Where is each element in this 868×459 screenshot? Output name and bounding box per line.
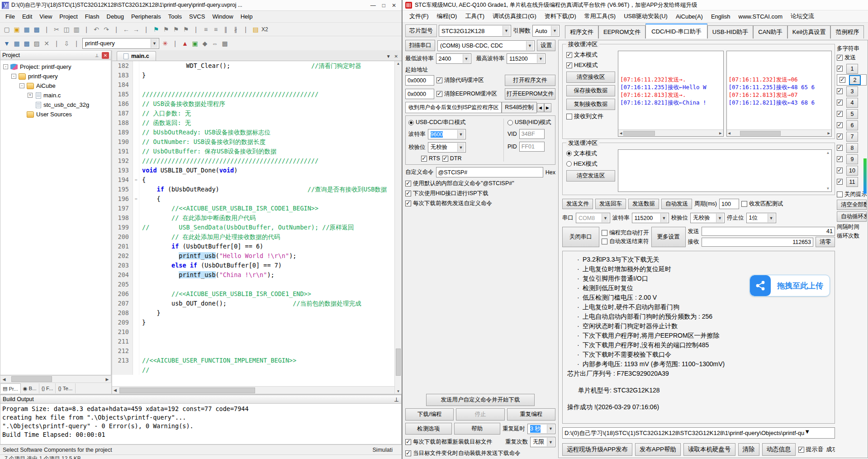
comment-icon[interactable]: ∥ [221, 24, 231, 34]
fold-icon[interactable] [133, 118, 139, 128]
scan-port-button[interactable]: 扫描串口 [405, 40, 435, 51]
translate-icon[interactable]: ▼ [2, 38, 12, 48]
beep-checkbox[interactable]: 提示音 [798, 445, 824, 454]
fold-icon[interactable] [133, 213, 139, 223]
separator[interactable]: | [141, 24, 151, 34]
pin-icon[interactable]: ⊥ [394, 396, 399, 403]
close-tip-checkbox[interactable]: 关闭提示 [837, 191, 867, 198]
vid-input[interactable]: 34BF [519, 129, 545, 139]
send-string-button[interactable]: 11 [846, 177, 858, 187]
autoload-checkbox[interactable]: 当目标文件变化时自动装载并发送下载命令 [405, 449, 521, 457]
fold-icon[interactable] [133, 223, 139, 232]
stop-build-icon[interactable]: ✕ [42, 38, 52, 48]
fold-icon[interactable] [133, 61, 139, 71]
fold-icon[interactable] [133, 299, 139, 308]
menu-item[interactable]: 调试仿真接口(G) [489, 10, 541, 22]
custom-cmd-input[interactable]: @STCISP# [436, 167, 543, 177]
fold-icon[interactable] [133, 71, 139, 80]
string-enable-checkbox[interactable] [837, 167, 843, 173]
menu-item[interactable]: Help [237, 12, 256, 21]
undo-icon[interactable]: ↶ [91, 24, 101, 34]
port-select[interactable]: (COM8) USB-CDC, CDC▼ [437, 40, 535, 51]
menu-item[interactable]: 工具(T) [461, 10, 489, 22]
fold-icon[interactable] [133, 128, 139, 137]
open-file-icon[interactable]: ▣ [12, 24, 22, 34]
menu-item[interactable]: SVCS [185, 12, 209, 21]
clear-all-strings-button[interactable]: 清空全部数据 [837, 200, 867, 210]
fold-icon[interactable] [133, 356, 139, 365]
pin-icon[interactable]: ⊥ [93, 52, 100, 59]
string-enable-checkbox[interactable] [837, 100, 843, 105]
fold-icon[interactable] [133, 156, 139, 166]
fold-icon[interactable] [133, 365, 139, 375]
fold-icon[interactable] [133, 337, 139, 346]
reload-target-checkbox[interactable]: 每次下载前都重新装载目标文件 [405, 438, 492, 446]
auto-open-checkbox[interactable]: 编程完自动打开 [602, 229, 649, 237]
nav-back-icon[interactable]: ← [121, 24, 131, 34]
fold-icon[interactable] [133, 99, 139, 109]
separator[interactable]: | [52, 38, 62, 48]
open-eeprom-file-button[interactable]: 打开EEPROM文件 [505, 88, 555, 100]
separator[interactable]: | [241, 24, 251, 34]
send-string-button[interactable]: 2 [849, 75, 861, 85]
save-receive-button[interactable]: 保存接收数据 [566, 85, 615, 96]
tree-expander-icon[interactable]: - [3, 64, 8, 69]
drag-upload-button[interactable]: 拖拽至此上传 [749, 275, 830, 296]
tree-item[interactable]: - printf-query [1, 72, 110, 81]
stc-tab[interactable]: CAN助手 [753, 25, 787, 38]
parity-select[interactable]: 无校验▼ [428, 142, 466, 153]
reset-counters-button[interactable]: 清零 [816, 237, 835, 247]
send-custom-cmd-button[interactable]: 发送用户自定义命令并开始下载 [426, 394, 535, 406]
fold-icon[interactable] [133, 261, 139, 270]
separator[interactable]: | [170, 38, 180, 48]
string-enable-checkbox[interactable] [837, 88, 843, 94]
send-string-button[interactable]: 7 [846, 132, 858, 142]
build-icon[interactable]: ▦ [12, 38, 22, 48]
bookmark-icon[interactable]: ⚑ [151, 24, 161, 34]
chip-model-select[interactable]: STC32G12K128▼ [439, 25, 511, 37]
redo-icon[interactable]: ↷ [101, 24, 111, 34]
fold-icon[interactable] [133, 289, 139, 299]
fold-icon[interactable] [133, 242, 139, 251]
period-input[interactable]: 100 [719, 199, 739, 209]
editor-vscrollbar[interactable]: ▲▼ [394, 61, 402, 394]
indent-right-icon[interactable]: ≡ [211, 24, 221, 34]
stc-tab[interactable]: 程序文件 [565, 25, 598, 38]
separator[interactable]: | [111, 24, 121, 34]
string-enable-checkbox[interactable] [840, 77, 845, 83]
batch-build-icon[interactable]: ▨ [32, 38, 42, 48]
clear-receive-button[interactable]: 清空接收区 [566, 72, 615, 83]
nav-forward-icon[interactable]: → [131, 24, 141, 34]
menu-item[interactable]: 资料下载(D) [541, 10, 580, 22]
fold-icon[interactable] [133, 327, 139, 337]
editor-hscrollbar[interactable]: ◀ [112, 386, 394, 394]
uncomment-icon[interactable]: ∦ [231, 24, 241, 34]
paste-icon[interactable]: ▥ [71, 24, 81, 34]
dtr-checkbox[interactable]: DTR [442, 155, 462, 162]
dynamic-info-button[interactable]: 动态信息 [762, 443, 796, 456]
stc-tab[interactable]: CDC/HID-串口助手 [645, 24, 707, 38]
save-icon[interactable]: ▦ [22, 24, 32, 34]
save-all-icon[interactable]: ▩ [32, 24, 42, 34]
fold-icon[interactable] [133, 308, 139, 318]
check-options-button[interactable]: 检测选项 [405, 423, 452, 435]
panel-close-icon[interactable]: ✕ [102, 52, 109, 59]
menu-item[interactable]: 编程(O) [433, 10, 461, 22]
subtab-left-icon[interactable]: ◀ [537, 103, 544, 112]
help-button[interactable]: 帮助 [454, 423, 501, 435]
publish-app-help-button[interactable]: 发布APP帮助 [635, 443, 681, 456]
bookmark-next-icon[interactable]: ⚑ [161, 24, 171, 34]
stop-bits-select[interactable]: 1位▼ [746, 213, 776, 223]
clear-button[interactable]: 清除 [738, 443, 759, 456]
code-start-address-input[interactable]: 0x0000 [405, 75, 434, 86]
send-input-area[interactable]: ▲ ▼ [618, 149, 832, 192]
maximize-icon[interactable]: □ [382, 2, 385, 9]
remote-upgrade-button[interactable]: 远程现场升级APP发布 [562, 443, 632, 456]
fold-icon[interactable]: − [133, 194, 139, 204]
tree-item[interactable]: stc_usb_cdc_32g [1, 100, 110, 110]
string-enable-checkbox[interactable] [837, 122, 843, 128]
fold-icon[interactable] [133, 109, 139, 118]
tree-expander-icon[interactable]: + [28, 93, 33, 98]
fold-icon[interactable] [133, 185, 139, 194]
serial-port-select[interactable]: COM8▼ [576, 213, 610, 223]
